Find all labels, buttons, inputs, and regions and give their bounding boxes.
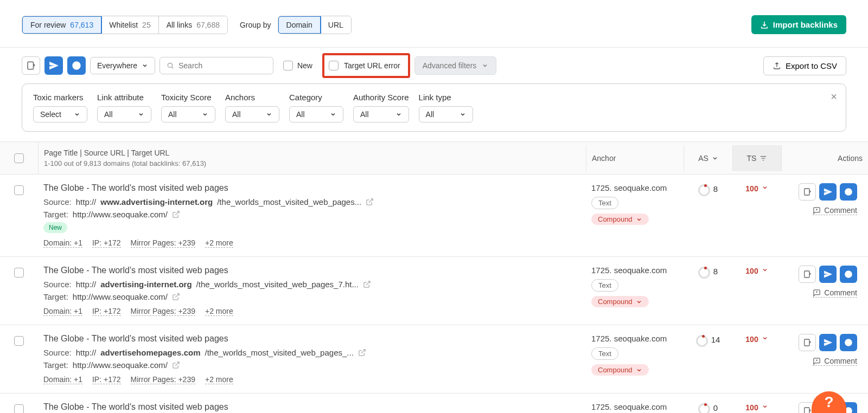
new-badge: New — [43, 222, 67, 233]
table-header: Page Title | Source URL | Target URL 1-1… — [0, 141, 868, 175]
external-link-icon[interactable] — [172, 210, 180, 218]
block-icon — [72, 61, 81, 70]
send-icon — [824, 188, 832, 196]
external-link-icon[interactable] — [172, 361, 180, 369]
link-attribute-select[interactable]: All — [97, 106, 151, 122]
external-link-icon[interactable] — [358, 349, 366, 357]
target-url-error-label: Target URL error — [344, 61, 400, 70]
ts-value[interactable]: 100 — [732, 334, 781, 384]
comment-link[interactable]: Comment — [813, 357, 857, 366]
donut-icon — [698, 267, 710, 279]
note-icon-button[interactable] — [799, 266, 816, 283]
toxicity-score-select[interactable]: All — [161, 106, 215, 122]
block-icon-button[interactable] — [840, 266, 857, 283]
send-icon-button[interactable] — [819, 334, 837, 351]
authority-score-select[interactable]: All — [353, 106, 409, 122]
anchor-type-pill: Text — [591, 347, 618, 360]
note-icon-button[interactable] — [799, 183, 816, 201]
table-row: The Globe - The world's most visited web… — [0, 393, 868, 413]
comment-link[interactable]: Comment — [813, 206, 857, 215]
note-icon-button[interactable] — [799, 334, 816, 351]
send-icon — [49, 61, 59, 70]
select-all-checkbox[interactable] — [14, 153, 24, 163]
row-target: Target: http://www.seoquake.com/ — [43, 360, 580, 370]
tab-count: 67,613 — [70, 21, 93, 29]
row-title: The Globe - The world's most visited web… — [43, 334, 580, 344]
row-meta: Domain: +1IP: +172Mirror Pages: +239+2 m… — [43, 307, 580, 316]
toxic-markers-select[interactable]: Select — [33, 106, 87, 122]
row-checkbox[interactable] — [14, 404, 24, 413]
send-icon-button[interactable] — [819, 183, 837, 201]
tab-label: For review — [30, 21, 66, 29]
block-icon — [844, 270, 853, 279]
scope-dropdown[interactable]: Everywhere — [90, 57, 155, 74]
anchor-compound-pill[interactable]: Compound — [591, 214, 649, 225]
row-target: Target: http://www.seoquake.com/ — [43, 292, 580, 301]
filter-label: Link type — [419, 93, 473, 102]
new-checkbox[interactable] — [283, 61, 293, 70]
row-target: Target: http://www.seoquake.com/ — [43, 210, 580, 219]
search-input[interactable] — [178, 61, 266, 70]
review-tabs: For review 67,613 Whitelist 25 All links… — [22, 16, 228, 34]
anchor-type-pill: Text — [591, 197, 618, 209]
chevron-down-icon — [395, 111, 402, 118]
chevron-down-icon — [459, 111, 466, 118]
advanced-filters-button[interactable]: Advanced filters — [414, 56, 497, 75]
filter-label: Authority Score — [353, 93, 409, 102]
ts-value[interactable]: 100 — [732, 183, 781, 248]
row-title: The Globe - The world's most visited web… — [43, 402, 580, 412]
tab-for-review[interactable]: For review 67,613 — [22, 16, 102, 34]
table-row: The Globe - The world's most visited web… — [0, 257, 868, 325]
import-backlinks-button[interactable]: Import backlinks — [751, 15, 846, 34]
external-link-icon[interactable] — [366, 198, 374, 206]
link-type-select[interactable]: All — [419, 106, 473, 122]
svg-rect-0 — [28, 62, 34, 69]
block-icon-button[interactable] — [67, 56, 86, 75]
col-as-heading[interactable]: AS — [684, 145, 732, 171]
close-filters-icon[interactable]: × — [831, 91, 837, 103]
external-link-icon[interactable] — [363, 280, 371, 288]
note-icon-button[interactable] — [22, 56, 40, 75]
category-select[interactable]: All — [289, 106, 343, 122]
as-value: 14 — [711, 335, 720, 344]
anchors-select[interactable]: All — [225, 106, 279, 122]
note-icon — [803, 188, 812, 196]
chevron-down-icon — [74, 111, 80, 118]
ts-value[interactable]: 100 — [732, 266, 781, 316]
block-icon-button[interactable] — [840, 334, 857, 351]
donut-icon — [698, 184, 710, 196]
send-icon-button[interactable] — [819, 266, 837, 283]
anchor-compound-pill[interactable]: Compound — [591, 364, 649, 376]
chevron-down-icon — [330, 111, 336, 118]
anchor-compound-pill[interactable]: Compound — [591, 296, 649, 307]
chevron-down-icon — [762, 335, 768, 341]
block-icon-button[interactable] — [840, 183, 857, 201]
external-link-icon[interactable] — [172, 293, 180, 301]
table-row: The Globe - The world's most visited web… — [0, 175, 868, 257]
col-ts-heading[interactable]: TS — [732, 145, 781, 171]
anchor-text: 1725. seoquake.com — [591, 402, 678, 411]
svg-rect-7 — [805, 339, 809, 346]
ts-value[interactable]: 100 — [732, 402, 781, 413]
tab-all-links[interactable]: All links 67,688 — [159, 16, 227, 34]
svg-point-2 — [168, 63, 172, 67]
tab-whitelist[interactable]: Whitelist 25 — [101, 16, 158, 34]
search-box[interactable] — [159, 57, 273, 74]
row-checkbox[interactable] — [14, 336, 24, 346]
row-meta: Domain: +1IP: +172Mirror Pages: +239+2 m… — [43, 238, 580, 248]
comment-link[interactable]: Comment — [813, 288, 857, 298]
row-checkbox[interactable] — [14, 268, 24, 278]
comment-icon — [813, 357, 821, 365]
svg-rect-5 — [805, 271, 809, 278]
send-icon-button[interactable] — [44, 56, 63, 75]
chevron-down-icon — [712, 155, 718, 162]
target-url-error-checkbox[interactable] — [329, 61, 339, 70]
row-checkbox[interactable] — [14, 185, 24, 195]
export-csv-button[interactable]: Export to CSV — [763, 56, 846, 75]
anchor-text: 1725. seoquake.com — [591, 334, 678, 343]
chevron-down-icon — [636, 367, 642, 373]
col-anchor-heading: Anchor — [586, 145, 684, 171]
groupby-url[interactable]: URL — [321, 16, 351, 34]
groupby-domain[interactable]: Domain — [278, 16, 321, 34]
chevron-down-icon — [138, 111, 144, 118]
